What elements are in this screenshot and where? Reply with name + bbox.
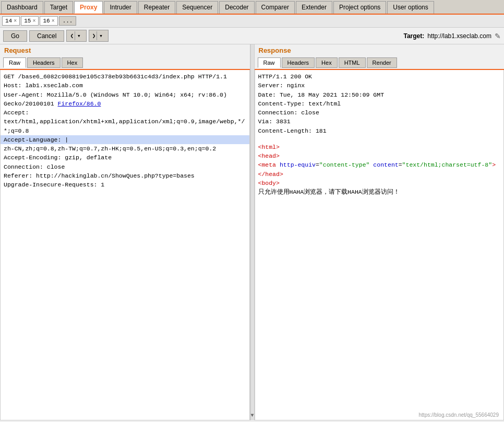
response-tab-render[interactable]: Render xyxy=(367,57,397,68)
target-url: http://lab1.xseclab.com xyxy=(427,32,491,40)
close-tab-15-icon[interactable]: × xyxy=(32,18,35,24)
toolbar-left: Go Cancel ❮ ▾ ❯ ▾ xyxy=(3,30,109,42)
cancel-button[interactable]: Cancel xyxy=(29,30,64,42)
request-line: Accept: xyxy=(4,108,246,117)
watermark: https://blog.csdn.net/qq_55664029 xyxy=(419,412,499,418)
response-panel-tabs: Raw Headers Hex HTML Render xyxy=(255,56,505,70)
request-line: text/html,application/xhtml+xml,applicat… xyxy=(4,117,246,135)
tab-number-label: 14 xyxy=(5,18,12,24)
request-line: Upgrade-Insecure-Requests: 1 xyxy=(4,180,246,189)
response-content[interactable]: HTTP/1.1 200 OKServer: nginxDate: Tue, 1… xyxy=(255,70,505,420)
response-body-line: <meta http-equiv="content-type" content=… xyxy=(258,160,501,169)
tab-target[interactable]: Target xyxy=(44,1,73,14)
tab-number-15[interactable]: 15 × xyxy=(21,16,39,26)
response-tab-headers[interactable]: Headers xyxy=(282,57,315,68)
close-tab-16-icon[interactable]: × xyxy=(52,18,55,24)
request-line: User-Agent: Mozilla/5.0 (Windows NT 10.0… xyxy=(4,90,246,99)
toolbar: Go Cancel ❮ ▾ ❯ ▾ Target: http://lab1.xs… xyxy=(0,28,504,44)
response-title: Response xyxy=(255,44,505,56)
prev-icon: ❮ xyxy=(70,32,74,39)
response-body-line: 只允许使用HAHA浏览器，请下载HAHA浏览器访问！ xyxy=(258,187,501,196)
request-tab-headers[interactable]: Headers xyxy=(27,57,61,68)
tab-decoder[interactable]: Decoder xyxy=(219,1,254,14)
request-tab-raw[interactable]: Raw xyxy=(3,57,26,68)
response-header: Via: 3831 xyxy=(258,117,501,126)
response-body-line: </head> xyxy=(258,170,501,179)
main-content: Request Raw Headers Hex GET /base6_6082c… xyxy=(0,44,504,420)
request-line: Accept-Encoding: gzip, deflate xyxy=(4,153,246,162)
nav-tabs: Dashboard Target Proxy Intruder Repeater… xyxy=(0,0,504,15)
next-dropdown-icon[interactable]: ▾ xyxy=(97,31,105,40)
request-line: Connection: close xyxy=(4,162,246,171)
request-line: Gecko/20100101 Firefox/86.0 xyxy=(4,99,246,108)
response-header: Connection: close xyxy=(258,108,501,117)
next-icon: ❯ xyxy=(92,32,96,39)
request-line: zh-CN,zh;q=0.8,zh-TW;q=0.7,zh-HK;q=0.5,e… xyxy=(4,144,246,153)
request-line: GET /base6_6082c908819e105c378eb93b6631c… xyxy=(4,72,246,81)
response-header: Date: Tue, 18 May 2021 12:50:09 GMT xyxy=(258,90,501,99)
response-tab-html[interactable]: HTML xyxy=(339,57,366,68)
response-body-line: <body> xyxy=(258,179,501,187)
edit-target-icon[interactable]: ✎ xyxy=(495,32,501,40)
request-title: Request xyxy=(0,44,250,56)
request-tab-hex[interactable]: Hex xyxy=(62,57,83,68)
response-body-line: <head> xyxy=(258,151,501,160)
scroll-arrow-icon: ▼ xyxy=(251,413,254,418)
tab-number-label: 15 xyxy=(24,18,31,24)
tab-number-14[interactable]: 14 × xyxy=(2,16,20,26)
tab-user-options[interactable]: User options xyxy=(387,1,434,14)
prev-dropdown-icon[interactable]: ▾ xyxy=(75,31,83,40)
tab-intruder[interactable]: Intruder xyxy=(104,1,137,14)
response-tab-hex[interactable]: Hex xyxy=(316,57,338,68)
response-body-line: <html> xyxy=(258,143,501,151)
request-panel-tabs: Raw Headers Hex xyxy=(0,56,250,70)
tab-more-button[interactable]: ... xyxy=(59,16,77,26)
target-label: Target: xyxy=(403,32,424,40)
tab-proxy[interactable]: Proxy xyxy=(74,1,103,14)
tab-repeater[interactable]: Repeater xyxy=(138,1,175,14)
request-line: Referer: http://hackinglab.cn/ShowQues.p… xyxy=(4,171,246,180)
tab-number-label: 16 xyxy=(43,18,50,24)
tab-number-16[interactable]: 16 × xyxy=(40,16,57,26)
tab-number-bar: 14 × 15 × 16 × ... xyxy=(0,15,504,28)
response-tab-raw[interactable]: Raw xyxy=(258,57,281,68)
request-line: Host: lab1.xseclab.com xyxy=(4,81,246,90)
tab-project-options[interactable]: Project options xyxy=(333,1,386,14)
go-button[interactable]: Go xyxy=(3,30,27,42)
response-header: Content-Length: 181 xyxy=(258,126,501,135)
request-line: Accept-Language: | xyxy=(1,135,249,144)
tab-dashboard[interactable]: Dashboard xyxy=(1,1,43,14)
request-content[interactable]: GET /base6_6082c908819e105c378eb93b6631c… xyxy=(0,70,250,420)
prev-button[interactable]: ❮ ▾ xyxy=(66,30,86,42)
response-header: Server: nginx xyxy=(258,81,501,90)
target-info: Target: http://lab1.xseclab.com ✎ xyxy=(403,32,501,40)
tab-comparer[interactable]: Comparer xyxy=(256,1,295,14)
panel-divider: ▼ xyxy=(250,44,255,420)
request-panel: Request Raw Headers Hex GET /base6_6082c… xyxy=(0,44,250,420)
close-tab-14-icon[interactable]: × xyxy=(14,18,17,24)
response-status: HTTP/1.1 200 OK xyxy=(258,72,501,81)
nav-arrows: ❮ ▾ ❯ ▾ xyxy=(66,30,109,42)
tab-extender[interactable]: Extender xyxy=(296,1,332,14)
response-panel: Response Raw Headers Hex HTML Render HTT… xyxy=(255,44,505,420)
next-button[interactable]: ❯ ▾ xyxy=(89,30,109,42)
response-header: Content-Type: text/html xyxy=(258,99,501,108)
tab-sequencer[interactable]: Sequencer xyxy=(176,1,218,14)
